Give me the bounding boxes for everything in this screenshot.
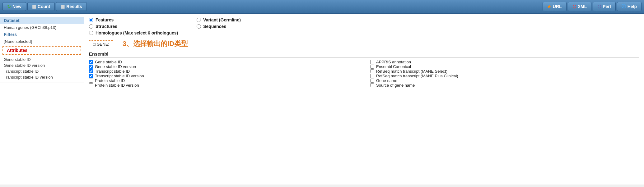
radio-structures-label: Structures [96,24,117,29]
xml-button[interactable]: ⬡ XML [568,2,592,11]
list-item[interactable]: Transcript stable ID version [0,74,84,80]
perl-label: Perl [603,4,611,9]
checkbox-col-left: Gene stable ID Gene stable ID version Tr… [89,60,358,88]
xml-label: XML [578,4,587,9]
count-label: Count [38,4,50,9]
checkbox-source-gene-name[interactable]: Source of gene name [370,83,639,88]
attr-items-list: Gene stable ID Gene stable ID version Tr… [0,56,84,81]
checkbox-transcript-stable-id-input[interactable] [89,69,93,73]
checkbox-protein-stable-id-label: Protein stable ID [95,78,125,83]
url-label: URL [553,4,562,9]
radio-sequences-label: Sequences [203,24,226,29]
annotation-text: 3、选择输出的ID类型 [123,39,188,48]
list-item[interactable]: Gene stable ID [0,57,84,62]
radio-col-left: Features Structures Homologues (Max sele… [89,17,178,35]
checkbox-transcript-stable-id-version-input[interactable] [89,74,93,78]
checkbox-gene-stable-id-version[interactable]: Gene stable ID version [89,64,358,69]
checkbox-col-right: APPRIS annotation Ensembl Canonical RefS… [370,60,639,88]
checkbox-gene-stable-id[interactable]: Gene stable ID [89,60,358,64]
xml-icon: ⬡ [572,4,576,9]
list-item[interactable]: Gene stable ID version [0,62,84,68]
checkbox-protein-stable-id-version-input[interactable] [89,83,93,87]
checkbox-gene-stable-id-version-input[interactable] [89,65,93,69]
gene-section-box[interactable]: □ GENE: [89,40,113,48]
checkbox-refseq-mane-plus-input[interactable] [370,74,374,78]
radio-options-row: Features Structures Homologues (Max sele… [89,17,639,35]
ensembl-header: Ensembl [89,51,639,58]
checkbox-appris[interactable]: APPRIS annotation [370,60,639,64]
star-icon: ★ [547,4,551,9]
checkbox-appris-label: APPRIS annotation [376,60,411,64]
radio-sequences-input[interactable] [197,24,201,29]
content-area: Features Structures Homologues (Max sele… [84,14,644,185]
checkbox-protein-stable-id-version-label: Protein stable ID version [95,83,139,88]
checkbox-transcript-stable-id-version-label: Transcript stable ID version [95,74,144,78]
dataset-value[interactable]: Human genes (GRCh38.p13) [0,24,84,31]
perl-icon: ⬡ [597,4,601,9]
help-icon: ⓘ [622,4,626,9]
checkbox-gene-name-label: Gene name [376,78,397,83]
toolbar-right: ★ URL ⬡ XML ⬡ Perl ⓘ Help [543,2,642,11]
radio-homologues-label: Homologues (Max select 6 orthologues) [96,30,178,35]
checkbox-refseq-mane-select[interactable]: RefSeq match transcript (MANE Select) [370,69,639,74]
radio-features-label: Features [96,17,114,22]
checkbox-ensembl-canonical[interactable]: Ensembl Canonical [370,64,639,69]
url-button[interactable]: ★ URL [543,2,567,11]
checkbox-gene-stable-id-version-label: Gene stable ID version [95,64,136,69]
checkbox-refseq-mane-plus[interactable]: RefSeq match transcript (MANE Plus Clini… [370,74,639,78]
help-button[interactable]: ⓘ Help [617,2,642,11]
new-label: New [12,4,21,9]
checkbox-source-gene-name-input[interactable] [370,83,374,87]
checkbox-transcript-stable-id-label: Transcript stable ID [95,69,130,74]
sidebar: Dataset Human genes (GRCh38.p13) Filters… [0,14,84,185]
list-item[interactable]: Transcript stable ID [0,68,84,74]
checkbox-gene-name[interactable]: Gene name [370,78,639,83]
checkbox-transcript-stable-id[interactable]: Transcript stable ID [89,69,358,74]
gene-section-label: □ GENE: [93,42,109,47]
radio-variant-input[interactable] [197,18,201,22]
filters-title: Filters [0,31,84,38]
checkbox-gene-stable-id-label: Gene stable ID [95,60,122,64]
checkbox-refseq-mane-select-label: RefSeq match transcript (MANE Select) [376,69,447,74]
checkbox-grid: Gene stable ID Gene stable ID version Tr… [89,60,639,88]
checkbox-appris-input[interactable] [370,60,374,64]
filters-none: [None selected] [0,38,84,45]
checkbox-transcript-stable-id-version[interactable]: Transcript stable ID version [89,74,358,78]
checkbox-protein-stable-id[interactable]: Protein stable ID [89,78,358,83]
radio-variant-label: Variant (Germline) [203,17,241,22]
refresh-icon: ↻ [7,4,11,9]
count-button[interactable]: ▦ Count [27,2,55,11]
radio-homologues-input[interactable] [89,31,93,35]
checkbox-gene-name-input[interactable] [370,79,374,83]
main-container: Dataset Human genes (GRCh38.p13) Filters… [0,14,644,185]
radio-homologues[interactable]: Homologues (Max select 6 orthologues) [89,30,178,35]
radio-structures[interactable]: Structures [89,24,178,29]
checkbox-protein-stable-id-input[interactable] [89,79,93,83]
radio-features-input[interactable] [89,18,93,22]
perl-button[interactable]: ⬡ Perl [593,2,615,11]
checkbox-protein-stable-id-version[interactable]: Protein stable ID version [89,83,358,88]
checkbox-gene-stable-id-input[interactable] [89,60,93,64]
new-button[interactable]: ↻ New [2,2,26,11]
radio-sequences[interactable]: Sequences [197,24,241,29]
toolbar: ↻ New ▦ Count ▦ Results ★ URL ⬡ XML ⬡ Pe… [0,0,644,14]
results-button[interactable]: ▦ Results [56,2,87,11]
checkbox-source-gene-name-label: Source of gene name [376,83,415,88]
checkbox-ensembl-canonical-label: Ensembl Canonical [376,64,411,69]
results-table-icon: ▦ [61,4,65,9]
gene-section-row: □ GENE: 3、选择输出的ID类型 [89,38,639,49]
radio-structures-input[interactable] [89,24,93,29]
checkbox-refseq-mane-select-input[interactable] [370,69,374,73]
checkbox-ensembl-canonical-input[interactable] [370,65,374,69]
dataset-title: Dataset [0,17,84,24]
results-label: Results [66,4,82,9]
sidebar-divider [0,83,84,83]
radio-variant[interactable]: Variant (Germline) [197,17,241,22]
table-icon: ▦ [32,4,36,9]
checkbox-refseq-mane-plus-label: RefSeq match transcript (MANE Plus Clini… [376,74,458,78]
radio-col-right: Variant (Germline) Sequences [197,17,241,29]
radio-features[interactable]: Features [89,17,178,22]
help-label: Help [628,4,637,9]
attributes-title[interactable]: Attributes [2,46,81,55]
